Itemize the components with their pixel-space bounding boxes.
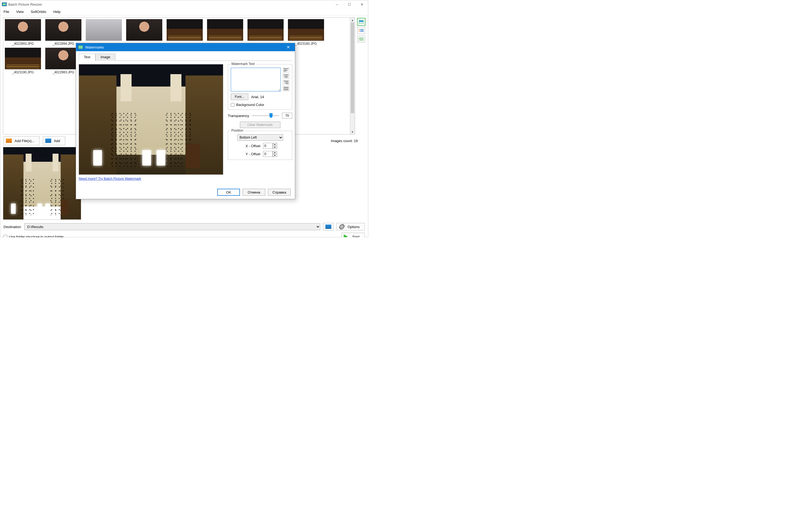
align-justify-icon[interactable] (283, 86, 289, 91)
watermark-controls-pane: Watermark Text Font... (228, 64, 292, 181)
tab-text[interactable]: Text (79, 54, 95, 61)
thumbnail-image (288, 19, 324, 41)
app-title: Batch Picture Resizer (8, 2, 42, 6)
transparency-row: Transparency (228, 112, 292, 119)
transparency-slider[interactable] (252, 112, 279, 119)
thumbnail[interactable] (86, 19, 122, 46)
y-offset-up-icon[interactable]: ▲ (273, 151, 277, 154)
y-offset-label: Y - Offset (243, 152, 260, 156)
scrollbar-up-icon[interactable]: ▲ (350, 18, 355, 22)
scrollbar-track[interactable] (350, 22, 355, 129)
tab-image[interactable]: Image (95, 54, 115, 61)
svg-rect-4 (359, 30, 360, 31)
thumbnail-image (248, 19, 284, 41)
thumbnail-image (207, 19, 243, 41)
x-offset-input[interactable] (263, 143, 273, 149)
thumbnail-name: _4022983.JPG (53, 70, 74, 74)
menu-help[interactable]: Help (52, 9, 62, 15)
ok-button[interactable]: OK (217, 189, 240, 196)
view-mode-list-icon[interactable] (358, 27, 365, 34)
svg-rect-8 (360, 31, 364, 32)
dialog-buttons: OK Отмена Справка (217, 189, 291, 196)
view-mode-grid-icon[interactable] (358, 36, 365, 42)
background-color-checkbox[interactable] (231, 103, 235, 107)
need-more-link[interactable]: Need more? Try Batch Picture Watermark (79, 177, 141, 181)
titlebar: Batch Picture Resizer ─ ☐ ✕ (0, 0, 368, 8)
view-mode-column (357, 17, 365, 134)
help-button[interactable]: Справка (268, 189, 291, 196)
browse-destination-button[interactable] (323, 223, 334, 231)
thumbnail-name: _4023180.JPG (295, 42, 317, 46)
watermark-preview-pane: Need more? Try Batch Picture Watermark (79, 64, 223, 181)
thumbnail[interactable] (248, 19, 284, 46)
font-button[interactable]: Font... (231, 93, 248, 100)
watermark-text-input[interactable] (231, 68, 281, 91)
window-controls: ─ ☐ ✕ (331, 0, 368, 8)
add-files-button[interactable]: Add File(s)... (3, 136, 40, 145)
dialog-close-button[interactable]: ✕ (284, 43, 293, 51)
start-button[interactable]: Start (341, 233, 365, 237)
transparency-label: Transparency (228, 114, 249, 118)
thumbnail[interactable]: _4023180.JPG (288, 19, 324, 46)
thumbnail[interactable] (126, 19, 162, 46)
thumbnail-image (167, 19, 203, 41)
thumbnail-name: _4022893.JPG (12, 42, 34, 46)
svg-rect-2 (359, 20, 363, 22)
destination-row: Destination D:\Results Options (0, 222, 368, 232)
font-display-label: Arial, 14 (251, 95, 264, 99)
y-offset-down-icon[interactable]: ▼ (273, 154, 277, 157)
dialog-content: Need more? Try Batch Picture Watermark W… (79, 61, 292, 181)
watermarks-dialog: Watermarks ✕ Text Image (76, 43, 295, 199)
view-mode-thumbnails-icon[interactable] (358, 18, 365, 25)
thumbnail-image (5, 48, 41, 69)
gear-icon (339, 224, 345, 230)
thumbnail[interactable] (207, 19, 243, 46)
menu-view[interactable]: View (15, 9, 25, 15)
thumbnail-name: _4022894.JPG (53, 42, 74, 46)
add-folder-button[interactable]: Add (43, 136, 65, 145)
cancel-button[interactable]: Отмена (242, 189, 265, 196)
y-offset-input[interactable] (263, 151, 273, 157)
align-left-icon[interactable] (283, 68, 289, 73)
add-files-icon (6, 139, 12, 143)
align-center-icon[interactable] (283, 74, 289, 79)
thumbnail-name: _4023190.JPG (12, 70, 34, 74)
svg-rect-5 (359, 31, 360, 32)
svg-rect-7 (360, 30, 364, 31)
app-icon (2, 2, 7, 6)
x-offset-stepper[interactable]: ▲▼ (263, 143, 277, 149)
thumbnail[interactable]: _4023190.JPG (5, 48, 41, 74)
options-button[interactable]: Options (337, 223, 365, 231)
transparency-value-input[interactable] (282, 113, 292, 119)
x-offset-label: X - Offset (243, 144, 260, 148)
position-group-label: Position (230, 129, 244, 132)
folder-structure-checkbox[interactable] (3, 235, 7, 237)
dialog-titlebar[interactable]: Watermarks ✕ (76, 43, 295, 51)
watermark-text-group-label: Watermark Text (230, 62, 256, 66)
window-minimize-button[interactable]: ─ (331, 0, 343, 8)
thumbnail[interactable]: _4022893.JPG (5, 19, 41, 46)
menu-file[interactable]: File (2, 9, 11, 15)
menu-softorbits[interactable]: SoftOrbits (29, 9, 48, 15)
window-maximize-button[interactable]: ☐ (343, 0, 356, 8)
watermark-text-group: Watermark Text Font... (228, 64, 292, 110)
transparency-slider-thumb[interactable] (269, 113, 273, 118)
text-align-buttons (283, 68, 289, 91)
dialog-tabs: Text Image (79, 53, 292, 61)
clear-watermark-button[interactable]: Clear Watermark (240, 122, 281, 128)
align-right-icon[interactable] (283, 80, 289, 85)
window-close-button[interactable]: ✕ (356, 0, 368, 8)
menubar: File View SoftOrbits Help (0, 8, 368, 15)
scrollbar-down-icon[interactable]: ▼ (350, 129, 355, 134)
x-offset-up-icon[interactable]: ▲ (273, 143, 277, 146)
gallery-scrollbar[interactable]: ▲ ▼ (350, 18, 355, 134)
thumbnail[interactable]: _4022894.JPG (45, 19, 82, 46)
x-offset-down-icon[interactable]: ▼ (273, 146, 277, 149)
thumbnail[interactable] (167, 19, 203, 46)
destination-select[interactable]: D:\Results (24, 223, 320, 230)
position-select[interactable]: Bottom Left (237, 134, 283, 141)
add-files-label: Add File(s)... (15, 139, 35, 143)
start-label: Start (353, 235, 360, 237)
scrollbar-thumb[interactable] (351, 22, 354, 113)
y-offset-stepper[interactable]: ▲▼ (263, 151, 277, 157)
